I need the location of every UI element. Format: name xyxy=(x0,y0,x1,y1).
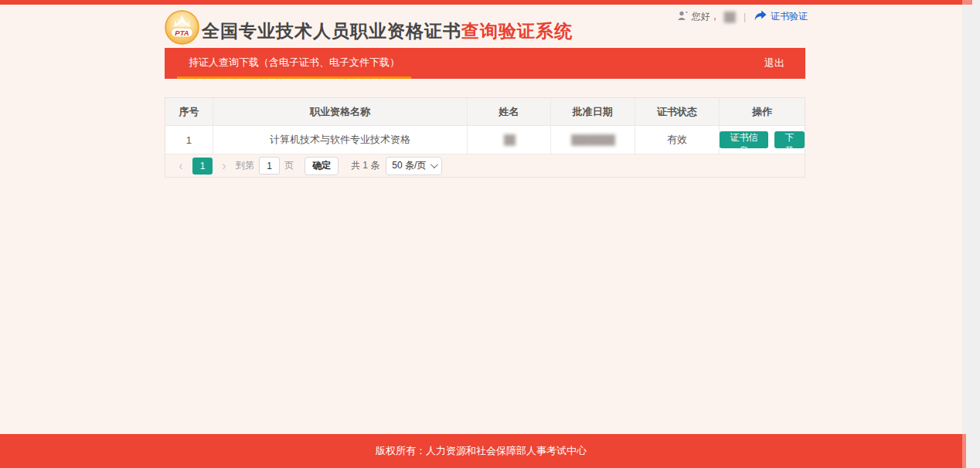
user-bar: 您好， ██ | 证书验证 xyxy=(677,10,808,23)
page-title-main: 全国专业技术人员职业资格证书 xyxy=(202,21,461,41)
header-seq: 序号 xyxy=(165,98,213,125)
logout-button[interactable]: 退出 xyxy=(764,48,805,79)
row-name-redacted: ██ xyxy=(468,126,551,154)
page-title: 全国专业技术人员职业资格证书查询验证系统 xyxy=(202,19,573,43)
table-row: 1 计算机技术与软件专业技术资格 ██ ███ ██ ███ 有效 证书信息 下… xyxy=(165,126,805,154)
row-status: 有效 xyxy=(635,126,720,154)
user-name-redacted: ██ xyxy=(724,12,734,22)
page-background: PTA 全国专业技术人员职业资格证书查询验证系统 您好， ██ | 证书验证 持… xyxy=(0,0,962,468)
certificate-verify-label: 证书验证 xyxy=(771,10,808,23)
certificate-table: 序号 职业资格名称 姓名 批准日期 证书状态 操作 1 计算机技术与软件专业技术… xyxy=(165,97,805,178)
pta-logo: PTA xyxy=(165,10,199,45)
row-actions: 证书信息 下载 xyxy=(720,126,805,154)
greeting-text: 您好， xyxy=(692,10,720,23)
row-seq: 1 xyxy=(165,126,213,154)
separator: | xyxy=(744,12,746,22)
top-accent-bar-edge xyxy=(962,0,972,5)
certificate-info-button[interactable]: 证书信息 xyxy=(720,131,767,148)
footer-bar-edge xyxy=(962,434,966,468)
goto-page-suffix-label: 页 xyxy=(284,159,294,172)
logo-pta-text: PTA xyxy=(175,29,189,37)
tab-holder-query-download[interactable]: 持证人查询下载（含电子证书、电子文件下载） xyxy=(177,48,411,79)
goto-page-prefix-label: 到第 xyxy=(236,159,254,172)
certificate-verify-link[interactable]: 证书验证 xyxy=(754,10,808,23)
prev-page-icon[interactable]: ‹ xyxy=(174,160,188,172)
row-qualification: 计算机技术与软件专业技术资格 xyxy=(213,126,468,154)
chevron-down-icon xyxy=(430,161,438,168)
top-accent-bar xyxy=(0,0,962,5)
user-icon xyxy=(677,11,688,23)
total-count-label: 共 1 条 xyxy=(351,159,379,172)
table-header-row: 序号 职业资格名称 姓名 批准日期 证书状态 操作 xyxy=(165,98,805,126)
pagination-bar: ‹ 1 › 到第 页 确定 共 1 条 50 条/页 xyxy=(165,154,805,177)
header-qualification: 职业资格名称 xyxy=(213,98,468,125)
header-status: 证书状态 xyxy=(635,98,720,125)
row-approval-date-redacted: ███ ██ ███ xyxy=(551,126,635,154)
page-title-accent: 查询验证系统 xyxy=(461,21,573,41)
current-page-button[interactable]: 1 xyxy=(192,158,213,175)
main-nav: 持证人查询下载（含电子证书、电子文件下载） 退出 xyxy=(165,48,805,79)
next-page-icon[interactable]: › xyxy=(217,160,231,172)
goto-page-input[interactable] xyxy=(259,157,280,175)
page-size-select[interactable]: 50 条/页 xyxy=(386,157,442,175)
page-size-value: 50 条/页 xyxy=(392,159,426,172)
download-button[interactable]: 下载 xyxy=(774,131,805,148)
confirm-page-button[interactable]: 确定 xyxy=(305,157,339,175)
footer-bar: 版权所有：人力资源和社会保障部人事考试中心 xyxy=(0,434,962,468)
forward-arrow-icon xyxy=(754,10,767,23)
header-name: 姓名 xyxy=(468,98,551,125)
header-actions: 操作 xyxy=(720,98,805,125)
copyright-text: 版权所有：人力资源和社会保障部人事考试中心 xyxy=(376,444,587,458)
header-approval-date: 批准日期 xyxy=(551,98,635,125)
